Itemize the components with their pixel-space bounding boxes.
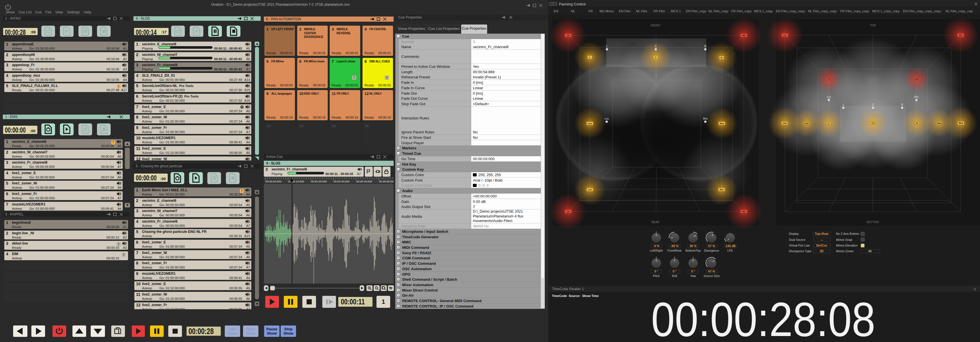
svg-text:00:00:30:000: 00:00:30:000 [334, 180, 349, 183]
svg-text:Panning Control: Panning Control [559, 2, 585, 6]
svg-text:Source Size: Source Size [704, 274, 720, 277]
svg-text:MCS 1_copy_copy: MCS 1_copy_copy [872, 10, 900, 13]
svg-text:Rtf: Rtf [915, 78, 918, 81]
svg-text:No Z Axis Bottom: No Z Axis Bottom [836, 232, 859, 236]
svg-text:L: L [843, 103, 844, 106]
svg-text:Bottom/Top: Bottom/Top [686, 249, 700, 252]
svg-text:NL Film_copy_copy: NL Film_copy_copy [808, 10, 837, 13]
svg-text:R: R [704, 45, 706, 48]
svg-text:NL Film_copy: NL Film_copy [708, 10, 729, 13]
svg-text:Virtual Pan Law: Virtual Pan Law [789, 244, 810, 247]
svg-text:Lrs: Lrs [588, 188, 592, 191]
svg-text:3D: 3D [820, 249, 824, 253]
svg-text:EN Film_copy: EN Film_copy [686, 10, 706, 13]
svg-text:L: L [589, 56, 591, 59]
svg-text:L: L [828, 122, 829, 124]
svg-text:Dual Source: Dual Source [789, 238, 805, 241]
svg-text:0 °: 0 ° [673, 270, 676, 273]
svg-text:57 %: 57 % [708, 244, 715, 248]
svg-text:0 °: 0 ° [655, 270, 658, 273]
svg-text:NL Film_copy_cop: NL Film_copy_cop [945, 10, 973, 13]
svg-text:Ltr: Ltr [783, 34, 787, 36]
svg-text:Rss: Rss [720, 122, 724, 125]
svg-text:Sin/Cos: Sin/Cos [816, 244, 827, 247]
svg-text:TimeCode Source: Show Time: TimeCode Source: Show Time [552, 294, 599, 298]
svg-text:Yaw: Yaw [690, 274, 696, 277]
svg-text:NL: NL [571, 10, 575, 13]
svg-text:Ltr: Ltr [567, 211, 570, 213]
svg-text:EN Film_copy_copy: EN Film_copy_copy [776, 10, 805, 13]
svg-text:Divergence Type: Divergence Type [789, 249, 811, 253]
svg-text:LFE: LFE [727, 249, 733, 252]
svg-text:FR Film_copy_copy: FR Film_copy_copy [840, 10, 869, 13]
svg-text:Ltf: Ltf [567, 34, 570, 37]
svg-text:Rtr: Rtr [959, 34, 963, 36]
svg-text:TOP: TOP [870, 24, 876, 27]
svg-text:36 %: 36 % [690, 244, 697, 248]
svg-text:Roll: Roll [672, 274, 677, 277]
svg-text:BOTTOM: BOTTOM [867, 220, 879, 224]
svg-text:00:00:20:000: 00:00:20:000 [311, 180, 326, 183]
svg-text:---: --- [820, 238, 823, 241]
svg-text:0 °: 0 ° [691, 270, 695, 273]
svg-text:EN: EN [554, 10, 558, 13]
svg-text:REAR: REAR [651, 220, 659, 224]
svg-text:C: C [872, 122, 873, 124]
svg-text:MCS 1: MCS 1 [671, 10, 681, 13]
svg-text:R: R [901, 103, 903, 106]
svg-text:Divergence: Divergence [704, 249, 719, 252]
svg-text:FR Film: FR Film [654, 10, 665, 13]
svg-text:C: C [872, 103, 874, 106]
svg-text:Rrs: Rrs [720, 188, 724, 191]
svg-text:TimeCode Reader 1: TimeCode Reader 1 [552, 287, 584, 291]
svg-text:Rtr: Rtr [742, 211, 746, 213]
svg-text:R: R [721, 56, 722, 59]
svg-text:Rrs: Rrs [703, 117, 708, 120]
svg-text:L: L [606, 45, 608, 48]
svg-text:00:00:40:000: 00:00:40:000 [356, 180, 372, 183]
svg-text:Lrs: Lrs [783, 122, 787, 125]
svg-text:All: All [868, 249, 872, 253]
svg-text:Rss: Rss [937, 122, 941, 124]
svg-text:Atmos Snap: Atmos Snap [836, 238, 852, 241]
svg-text:MCS 1_copy: MCS 1_copy [754, 10, 773, 13]
svg-text:MU Mono: MU Mono [600, 10, 614, 13]
svg-text:NL Film: NL Film [636, 10, 647, 13]
svg-text:Rtf: Rtf [742, 34, 745, 37]
svg-text:FRONT: FRONT [651, 24, 660, 27]
svg-text:-0 %: -0 % [653, 244, 659, 248]
svg-text:Display: Display [789, 232, 799, 236]
svg-text:Lrs: Lrs [605, 117, 609, 120]
svg-text:Rrs: Rrs [959, 122, 963, 125]
svg-text:EN Film_copy_copy_copy: EN Film_copy_copy_copy [903, 10, 941, 13]
svg-text:Left/Right: Left/Right [650, 249, 663, 252]
svg-text:Top+Rear: Top+Rear [815, 232, 829, 236]
svg-text:Atmos Elevation: Atmos Elevation [836, 244, 858, 247]
svg-text:Lrs: Lrs [827, 95, 831, 99]
svg-text:Lss: Lss [588, 122, 592, 125]
svg-text:FR Film_copy: FR Film_copy [731, 10, 751, 13]
svg-text:-69 %: -69 % [671, 244, 679, 248]
svg-text:Front/Rear: Front/Rear [667, 249, 682, 252]
svg-text:-145 dB: -145 dB [725, 244, 735, 248]
svg-text:EN Film: EN Film [619, 10, 631, 13]
svg-text:00:00:00:000: 00:00:00:000 [266, 180, 281, 183]
svg-text:C: C [655, 56, 657, 59]
svg-text:Atmos Zones: Atmos Zones [836, 249, 854, 253]
svg-text:FR: FR [589, 10, 593, 13]
svg-text:C: C [655, 45, 657, 48]
svg-text:Lss: Lss [805, 122, 808, 124]
svg-text:67 %: 67 % [708, 270, 715, 273]
svg-text:Pitch: Pitch [653, 274, 660, 277]
svg-text:Rrs: Rrs [914, 95, 919, 99]
svg-text:00:00:28:08: 00:00:28:08 [651, 293, 875, 342]
svg-text:00:00:10:000: 00:00:10:000 [288, 180, 304, 183]
svg-text:00:00:50:000: 00:00:50:000 [379, 180, 394, 183]
